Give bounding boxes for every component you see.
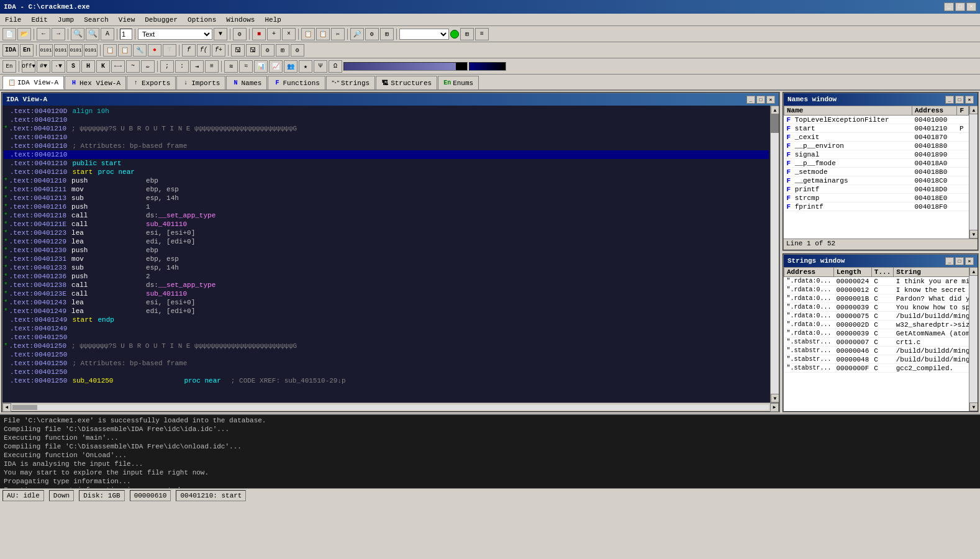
strings-row[interactable]: ".rdata:0... 00000039 C GetAtomNameA (at… [784,329,969,338]
code-line[interactable]: .text:00401250sub_401250proc near; CODE … [4,376,769,385]
hex-btn[interactable]: 0101 [69,44,83,57]
names-row[interactable]: F TopLevelExceptionFilter 00401000 [784,116,969,124]
menu-options[interactable]: Options [185,16,219,24]
search-btn[interactable]: 🔍 [71,28,84,40]
search3-btn[interactable]: A [101,28,114,40]
code-line[interactable]: .text:00401210startproc near [4,168,769,176]
code-line[interactable]: *.text:00401238callds:__set_app_type [4,281,769,289]
code-line[interactable]: .text:00401249 [4,324,769,333]
names-row[interactable]: F _cexit 00401870 [784,133,969,142]
hash-btn[interactable]: #▼ [37,60,50,73]
code-line[interactable]: *.text:00401243leaesi, [esi+0] [4,298,769,307]
strings-row[interactable]: ".rdata:0... 00000075 C /build/buildd/mi… [784,312,969,320]
scroll-up-btn[interactable]: ▲ [771,106,779,114]
code-line[interactable]: .text:00401210public start [4,159,769,168]
tab-ida-view-a[interactable]: 📋 IDA View-A [2,76,64,89]
mem1-btn[interactable]: 🖫 [231,44,245,57]
close-button[interactable]: × [966,2,976,11]
tab-strings[interactable]: "·" Strings [326,76,375,89]
code-area[interactable]: .text:0040120Dalign 10h .text:00401210*.… [2,106,770,402]
code-line[interactable]: .text:00401210 [4,133,769,142]
T2-btn[interactable]: T [163,44,176,57]
code-line[interactable]: .text:00401249startendp [4,316,769,324]
text-dropdown[interactable]: Text [138,29,212,40]
tab-imports[interactable]: ↓ Imports [176,76,225,89]
code-line[interactable]: *.text:0040123Ecallsub_401110 [4,289,769,298]
tab-names[interactable]: N Names [226,76,267,89]
scroll-right-btn[interactable]: ► [770,403,779,412]
star-btn[interactable]: ★ [299,60,312,73]
code-line[interactable]: *.text:00401236push2 [4,272,769,281]
strings-row[interactable]: ".stabstr... 00000048 C /build/buildd/mi… [784,355,969,364]
tilde-btn[interactable]: ~ [126,60,140,73]
en-btn[interactable]: En [20,44,34,57]
code-line[interactable]: .text:00401250 [4,333,769,342]
nav-back[interactable]: ← [37,28,50,40]
ida-minimize[interactable]: _ [746,96,755,104]
code-line[interactable]: .text:00401250 [4,350,769,359]
psi-btn[interactable]: Ψ [314,60,327,73]
strings-col-addr[interactable]: Address [784,268,834,277]
mem2-btn[interactable]: 🖫 [246,44,260,57]
strings-row[interactable]: ".rdata:0... 0000002D C w32_sharedptr->s… [784,320,969,329]
code-line[interactable]: .text:00401250 [4,368,769,376]
nav-fwd[interactable]: → [52,28,65,40]
names-scroll-track[interactable] [969,114,978,230]
T1-btn[interactable]: ● [148,44,161,57]
graph2-btn[interactable]: 📈 [269,60,283,73]
ida-v-scrollbar[interactable]: ▲ ▼ [770,106,779,402]
f3-btn[interactable]: f+ [212,44,225,57]
strings-row[interactable]: ".rdata:0... 00000012 C I know the secre… [784,286,969,294]
code-line[interactable]: *.text:00401223leaesi, [esi+0] [4,229,769,237]
code-line[interactable]: *.text:00401230pushebp [4,246,769,255]
stop-btn[interactable]: × [282,28,296,40]
code-line[interactable]: *.text:00401216push1 [4,202,769,211]
code-line[interactable]: *.text:00401210; ψψψψψψψ?S U B R O U T I… [4,124,769,133]
dot-btn[interactable]: ·▼ [52,60,65,73]
names-col-name[interactable]: Name [784,106,912,116]
names-scroll-up[interactable]: ▲ [969,106,978,114]
names-row[interactable]: F __getmainargs 004018C0 [784,176,969,185]
code-lines-area[interactable]: .text:0040120Dalign 10h .text:00401210*.… [2,106,770,402]
code-line[interactable]: *.text:00401211movebp, esp [4,185,769,194]
code-line[interactable]: *.text:00401213subesp, 14h [4,194,769,202]
strings-scrollbar[interactable]: ▲ ▼ [969,267,978,411]
code-line[interactable]: .text:00401210 [4,116,769,124]
align-btn[interactable]: ≡ [205,60,219,73]
strings-scroll-down[interactable]: ▼ [969,402,978,411]
addr-mode[interactable]: En [2,60,16,73]
paste-btn[interactable]: 📋 [316,28,330,40]
code-line[interactable]: .text:0040120Dalign 10h [4,107,769,116]
names-col-address[interactable]: Address [912,106,957,116]
names-row[interactable]: F signal 00401890 [784,150,969,159]
indent-btn[interactable]: ⇥ [190,60,204,73]
strings-close[interactable]: × [965,257,974,265]
menu-jump[interactable]: Jump [55,16,76,24]
strings-maximize[interactable]: □ [955,257,964,265]
func-btn[interactable]: ⊞ [380,28,394,40]
names-maximize[interactable]: □ [955,96,964,104]
ida-h-scrollbar[interactable]: ◄ ► [2,402,779,411]
cut-btn[interactable]: ✂ [331,28,345,40]
k-btn[interactable]: K [96,60,110,73]
colon-btn[interactable]: : [175,60,189,73]
strings-col-type[interactable]: T... [871,268,893,277]
bin2-btn[interactable]: 0101 [54,44,68,57]
names-minimize[interactable]: _ [945,96,954,104]
scroll-down-btn[interactable]: ▼ [771,394,779,402]
jump-input[interactable] [120,29,132,40]
tab-enums[interactable]: En Enums [438,76,479,89]
tab-structures[interactable]: 🏗 Structures [376,76,437,89]
search2-btn[interactable]: 🔍 [86,28,99,40]
code-line[interactable]: .text:00401250; Attributes: bp-based fra… [4,359,769,368]
menu-help[interactable]: Help [262,16,283,24]
menu-view[interactable]: View [116,16,137,24]
code-line[interactable]: .text:00401210; Attributes: bp-based fra… [4,142,769,150]
code-line[interactable]: .text:00401210 [4,150,769,159]
dropdown-btn[interactable]: ▼ [214,28,227,40]
names-row[interactable]: F printf 004018D0 [784,185,969,194]
strings-row[interactable]: ".rdata:0... 00000024 C I think you are … [784,277,969,286]
extra-btn[interactable]: ≡ [475,28,489,40]
f1-btn[interactable]: f [182,44,196,57]
names-scrollbar[interactable]: ▲ ▼ [969,106,978,239]
